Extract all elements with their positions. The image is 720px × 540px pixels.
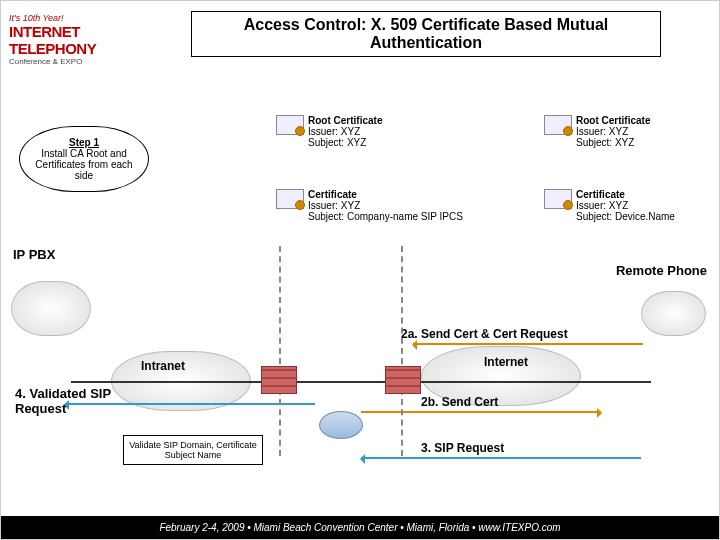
page-title: Access Control: X. 509 Certificate Based… — [191, 11, 661, 57]
event-logo: It's 10th Year! INTERNET TELEPHONY Confe… — [9, 9, 169, 69]
flow-2b-label: 2b. Send Cert — [421, 395, 498, 409]
ip-pbx-icon — [11, 281, 91, 336]
remote-phone-icon — [641, 291, 706, 336]
step1-title: Step 1 — [26, 137, 142, 148]
step1-body: Install CA Root and Certificates from ea… — [26, 148, 142, 181]
cert-left-root: Root Certificate Issuer: XYZ Subject: XY… — [276, 115, 382, 148]
label-remote-phone: Remote Phone — [616, 263, 707, 278]
cert-issuer: Issuer: XYZ — [308, 126, 382, 137]
logo-main: INTERNET TELEPHONY — [9, 23, 169, 57]
flow-2a-label: 2a. Send Cert & Cert Request — [401, 327, 568, 341]
arrow-2b — [361, 411, 601, 413]
cert-title: Root Certificate — [576, 115, 650, 126]
cert-subject: Subject: Company-name SIP IPCS — [308, 211, 463, 222]
cert-subject: Subject: XYZ — [576, 137, 650, 148]
validate-note: Validate SIP Domain, Certificate Subject… — [123, 435, 263, 465]
flow-4-label: 4. Validated SIP Request — [15, 386, 125, 416]
cert-left-leaf: Certificate Issuer: XYZ Subject: Company… — [276, 189, 463, 222]
certificate-icon — [276, 189, 304, 209]
certificate-icon — [276, 115, 304, 135]
cert-title: Root Certificate — [308, 115, 382, 126]
cert-issuer: Issuer: XYZ — [576, 200, 675, 211]
network-connection-line — [71, 381, 651, 383]
boundary-line-2 — [401, 246, 403, 456]
certificate-icon — [544, 115, 572, 135]
cert-title: Certificate — [576, 189, 675, 200]
arrow-3 — [361, 457, 641, 459]
cert-title: Certificate — [308, 189, 463, 200]
cert-right-leaf: Certificate Issuer: XYZ Subject: Device.… — [544, 189, 675, 222]
cert-right-root: Root Certificate Issuer: XYZ Subject: XY… — [544, 115, 650, 148]
intranet-label: Intranet — [141, 359, 185, 373]
boundary-line-1 — [279, 246, 281, 456]
firewall-icon — [385, 366, 421, 394]
logo-tag: It's 10th Year! — [9, 13, 169, 23]
footer-text: February 2-4, 2009 • Miami Beach Convent… — [1, 516, 719, 539]
cert-subject: Subject: XYZ — [308, 137, 382, 148]
internet-label: Internet — [484, 355, 528, 369]
firewall-icon — [261, 366, 297, 394]
flow-3-label: 3. SIP Request — [421, 441, 504, 455]
sbc-device-icon — [319, 411, 363, 439]
logo-sub: Conference & EXPO — [9, 57, 169, 66]
cert-subject: Subject: Device.Name — [576, 211, 675, 222]
cert-issuer: Issuer: XYZ — [576, 126, 650, 137]
certificate-icon — [544, 189, 572, 209]
step1-callout: Step 1 Install CA Root and Certificates … — [19, 126, 149, 192]
arrow-2a — [413, 343, 643, 345]
cert-issuer: Issuer: XYZ — [308, 200, 463, 211]
label-ip-pbx: IP PBX — [13, 247, 55, 262]
